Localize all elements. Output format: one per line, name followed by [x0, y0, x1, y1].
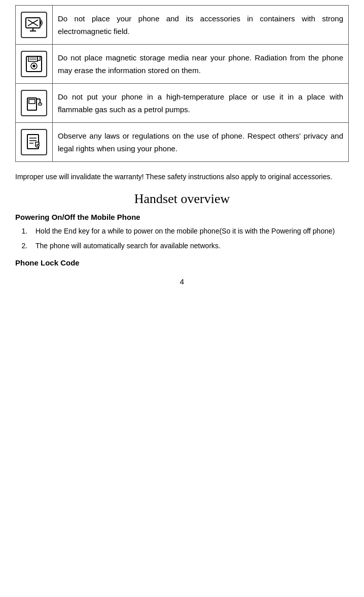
row2-text: Do not place magnetic storage media near… — [53, 45, 349, 84]
floppy-icon — [21, 51, 47, 77]
list-item: Hold the End key for a while to power on… — [29, 225, 349, 237]
row1-text: Do not place your phone and its accessor… — [53, 6, 349, 45]
icon-cell-floppy — [16, 45, 53, 84]
svg-rect-16 — [39, 103, 42, 105]
section-title: Handset overview — [15, 191, 349, 207]
svg-rect-11 — [38, 56, 40, 60]
svg-rect-6 — [28, 56, 38, 61]
icon-cell-law — [16, 123, 53, 162]
icon-cell-fuel — [16, 84, 53, 123]
svg-rect-13 — [29, 100, 35, 104]
safety-table: Do not place your phone and its accessor… — [15, 5, 349, 162]
warning-text: Improper use will invalidate the warrant… — [15, 171, 349, 182]
table-row: Do not place your phone and its accessor… — [16, 6, 349, 45]
list-item: The phone will automatically search for … — [29, 240, 349, 251]
phone-lock-title: Phone Lock Code — [15, 258, 349, 267]
table-row: Do not put your phone in a high-temperat… — [16, 84, 349, 123]
row4-text: Observe any laws or regulations on the u… — [53, 123, 349, 162]
page-number: 4 — [15, 277, 349, 286]
table-row: Observe any laws or regulations on the u… — [16, 123, 349, 162]
powering-steps-list: Hold the End key for a while to power on… — [29, 225, 349, 251]
law-icon — [21, 129, 47, 155]
powering-title: Powering On/Off the Mobile Phone — [15, 213, 349, 221]
fuel-pump-icon — [21, 90, 47, 116]
icon-cell-electromagnetic — [16, 6, 53, 45]
electromagnetic-icon — [21, 12, 47, 38]
row3-text: Do not put your phone in a high-temperat… — [53, 84, 349, 123]
svg-point-10 — [33, 65, 35, 67]
table-row: Do not place magnetic storage media near… — [16, 45, 349, 84]
